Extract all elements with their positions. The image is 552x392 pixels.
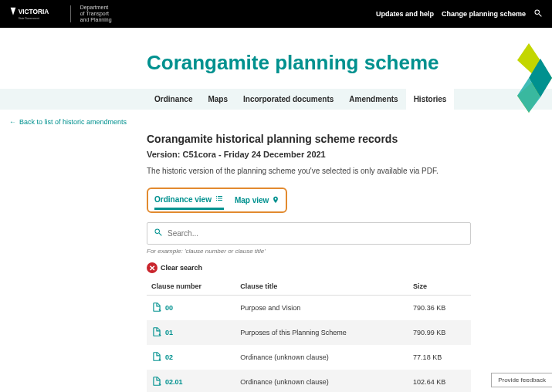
table-row: 01Purposes of this Planning Scheme790.99… bbox=[147, 320, 471, 345]
hero: Corangamite planning scheme bbox=[0, 28, 552, 89]
brand-divider bbox=[70, 5, 71, 22]
change-scheme-link[interactable]: Change planning scheme bbox=[442, 10, 526, 18]
updates-help-link[interactable]: Updates and help bbox=[376, 10, 434, 18]
clause-number-text: 00 bbox=[165, 304, 173, 312]
clause-title-text: Ordinance (unknown clause) bbox=[235, 345, 408, 370]
col-clause-number: Clause number bbox=[147, 278, 235, 296]
scheme-title: Corangamite planning scheme bbox=[147, 51, 552, 75]
table-row: 02Ordinance (unknown clause)77.18 KB bbox=[147, 345, 471, 370]
top-bar: VICTORIAState Government Departmentof Tr… bbox=[0, 0, 552, 28]
breadcrumb: ← Back to list of historic amendments bbox=[0, 110, 552, 133]
clause-number-text: 01 bbox=[165, 329, 173, 336]
back-link[interactable]: ← Back to list of historic amendments bbox=[9, 118, 127, 126]
document-download-icon bbox=[151, 326, 162, 339]
clear-search-label: Clear search bbox=[161, 264, 202, 272]
clause-link[interactable]: 01 bbox=[151, 326, 173, 339]
clause-size-text: 790.99 KB bbox=[408, 320, 471, 345]
nav-histories[interactable]: Histories bbox=[406, 89, 455, 110]
department-name: Departmentof Transportand Planning bbox=[80, 5, 112, 22]
clause-size-text: 790.36 KB bbox=[408, 296, 471, 321]
search-box bbox=[147, 222, 471, 245]
clause-size-text: 102.64 KB bbox=[408, 370, 471, 392]
clause-link[interactable]: 02 bbox=[151, 351, 173, 363]
hero-decoration bbox=[506, 43, 552, 113]
clause-size-text: 77.18 KB bbox=[408, 345, 471, 370]
clause-link[interactable]: 00 bbox=[151, 302, 173, 314]
svg-text:VICTORIA: VICTORIA bbox=[19, 8, 49, 15]
close-icon: ✕ bbox=[147, 262, 157, 273]
view-tabs-highlight: Ordinance view Map view bbox=[147, 188, 287, 213]
list-icon bbox=[215, 194, 224, 204]
col-clause-title: Clause title bbox=[235, 278, 408, 296]
arrow-left-icon: ← bbox=[9, 118, 16, 126]
col-size: Size bbox=[408, 278, 471, 296]
document-download-icon bbox=[151, 351, 162, 363]
clause-title-text: Purposes of this Planning Scheme bbox=[235, 320, 408, 345]
nav-maps[interactable]: Maps bbox=[200, 89, 235, 110]
nav-amendments[interactable]: Amendments bbox=[341, 89, 405, 110]
search-example-hint: For example: 'clause number or clause ti… bbox=[147, 248, 471, 255]
tab-map-label: Map view bbox=[235, 196, 269, 204]
nav-ordinance[interactable]: Ordinance bbox=[147, 89, 200, 110]
top-right-links: Updates and help Change planning scheme bbox=[376, 8, 543, 19]
tab-map-view[interactable]: Map view bbox=[235, 195, 279, 209]
brand-block: VICTORIAState Government Departmentof Tr… bbox=[9, 5, 112, 22]
search-icon bbox=[154, 228, 163, 239]
clause-link[interactable]: 02.01 bbox=[151, 376, 183, 388]
version-label: Version: C51cora - Friday 24 December 20… bbox=[147, 150, 471, 159]
clear-search-button[interactable]: ✕ Clear search bbox=[147, 262, 471, 273]
map-pin-icon bbox=[272, 195, 279, 206]
feedback-tab[interactable]: Provide feedback bbox=[491, 373, 552, 387]
scheme-nav: Ordinance Maps Incorporated documents Am… bbox=[0, 89, 552, 110]
main-content: Corangamite historical planning scheme r… bbox=[147, 133, 486, 392]
back-link-label: Back to list of historic amendments bbox=[19, 118, 127, 126]
clause-title-text: Ordinance (unknown clause) bbox=[235, 370, 408, 392]
document-download-icon bbox=[151, 376, 162, 388]
clause-table: Clause number Clause title Size 00Purpos… bbox=[147, 278, 471, 392]
table-row: 00Purpose and Vision790.36 KB bbox=[147, 296, 471, 321]
tab-ordinance-view[interactable]: Ordinance view bbox=[154, 194, 224, 210]
svg-marker-0 bbox=[11, 8, 16, 15]
clause-number-text: 02 bbox=[165, 353, 173, 361]
clause-title-text: Purpose and Vision bbox=[235, 296, 408, 321]
intro-text: The historic version of the planning sch… bbox=[147, 167, 471, 175]
svg-text:State Government: State Government bbox=[19, 17, 39, 20]
clause-number-text: 02.01 bbox=[165, 378, 183, 386]
victoria-logo: VICTORIAState Government bbox=[9, 6, 61, 22]
nav-incorporated-documents[interactable]: Incorporated documents bbox=[235, 89, 341, 110]
tab-ordinance-label: Ordinance view bbox=[154, 195, 212, 204]
search-input[interactable] bbox=[168, 229, 464, 238]
search-icon[interactable] bbox=[533, 8, 543, 19]
table-row: 02.01Ordinance (unknown clause)102.64 KB bbox=[147, 370, 471, 392]
document-download-icon bbox=[151, 302, 162, 314]
page-heading: Corangamite historical planning scheme r… bbox=[147, 133, 471, 145]
